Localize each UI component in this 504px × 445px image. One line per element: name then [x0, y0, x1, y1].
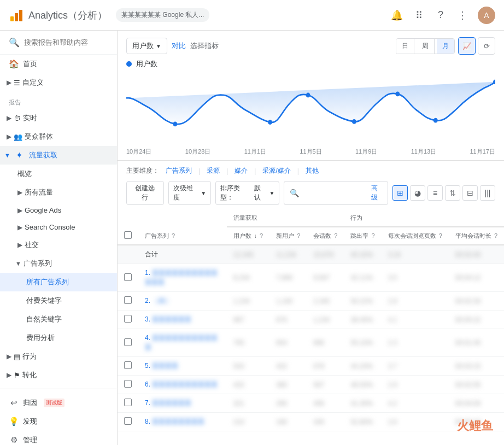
advanced-btn[interactable]: 高级 — [371, 184, 382, 202]
account-selector[interactable]: 某某某某某某 Google 私人... — [116, 8, 209, 22]
dim-tab-campaign[interactable]: 广告系列 — [163, 165, 194, 177]
sidebar-item-customize[interactable]: ▶ ☰ 自定义 — [0, 73, 117, 92]
col-campaign-help[interactable]: ? — [172, 232, 175, 239]
row-checkbox-4[interactable] — [124, 338, 132, 346]
row-campaign-8[interactable]: 8. 某某某某某某某某 — [138, 413, 227, 431]
sidebar-item-home[interactable]: 🏠 首页 — [0, 55, 117, 73]
row-users-6: 432 — [227, 376, 269, 394]
dim-tab-source-medium[interactable]: 采源/媒介 — [260, 165, 292, 177]
app-logo: Analytics（分析） — [9, 8, 107, 23]
row-new-users-7: 290 — [269, 394, 307, 413]
sidebar-item-realtime[interactable]: ▶ ⏱ 实时 — [0, 109, 117, 127]
col-group-acquisition: 流量获取 — [227, 209, 344, 227]
row-checkbox-8[interactable] — [124, 417, 132, 425]
sidebar-item-admin[interactable]: ⚙ 管理 — [0, 431, 117, 445]
dim-tab-medium[interactable]: 媒介 — [232, 165, 250, 177]
chart-view-icons: 📈 ⟳ — [458, 37, 495, 55]
sidebar-item-organic-keywords[interactable]: 自然关键字 — [0, 310, 117, 329]
line-chart-icon[interactable]: 📈 — [458, 37, 476, 55]
col-new-users: 新用户 ? — [269, 227, 307, 245]
secondary-dim-dropdown[interactable]: 次级维度 ▼ — [168, 181, 211, 205]
metric-selector[interactable]: 用户数 ▼ — [126, 38, 167, 54]
sidebar-item-conversion-label: 转化 — [22, 370, 37, 380]
row-checkbox-3[interactable] — [124, 315, 132, 323]
sidebar-item-attribution[interactable]: ↩ 归因 测试版 — [0, 394, 117, 412]
chevron-right-icon-aud: ▶ — [7, 133, 11, 140]
col-users: 用户数 ↓ ? — [227, 227, 269, 245]
row-checkbox-7[interactable] — [124, 399, 132, 406]
sidebar-item-social[interactable]: ▶ 社交 — [0, 236, 117, 254]
row-campaign-7[interactable]: 7. 某某某某某某 — [138, 394, 227, 413]
row-campaign-6[interactable]: 6. 某某某某某某某某某某 — [138, 376, 227, 394]
bell-icon[interactable]: 🔔 — [390, 9, 403, 22]
help-icon[interactable]: ? — [434, 9, 447, 22]
sidebar-item-discover-label: 发现 — [23, 417, 37, 426]
row-new-users-1: 7,890 — [269, 264, 307, 292]
sidebar-item-campaigns[interactable]: ▼ 广告系列 — [0, 254, 117, 273]
sidebar-item-acquisition[interactable]: ▼ ✦ 流量获取 — [0, 146, 117, 165]
row-checkbox-5[interactable] — [124, 361, 132, 369]
week-btn[interactable]: 周 — [417, 39, 435, 54]
svg-rect-0 — [10, 16, 14, 21]
dim-tab-source[interactable]: 采源 — [204, 165, 222, 177]
row-campaign-4[interactable]: 4. 某某某某某某某某某某某 — [138, 329, 227, 357]
table-search-input[interactable] — [301, 189, 367, 197]
month-btn[interactable]: 月 — [437, 39, 454, 54]
sidebar-item-discover[interactable]: 💡 发现 — [0, 412, 117, 431]
col-bounce-rate: 跳出率 ? — [344, 227, 381, 245]
dim-tab-other[interactable]: 其他 — [303, 165, 321, 177]
sort-label: 排序类型： — [220, 184, 252, 202]
search-icon: 🔍 — [9, 37, 20, 48]
sidebar-item-audience[interactable]: ▶ 👥 受众群体 — [0, 127, 117, 146]
sidebar-item-search-console[interactable]: ▶ Search Console — [0, 219, 117, 236]
row-checkbox-2[interactable] — [124, 296, 132, 304]
list-view-btn[interactable]: ≡ — [427, 185, 443, 201]
row-bounce-4: 55.10% — [344, 329, 381, 357]
grid-view-btn[interactable]: ⊞ — [392, 185, 408, 201]
col-users-help[interactable]: ? — [260, 232, 263, 239]
col-bounce-help[interactable]: ? — [372, 232, 375, 239]
compare-link[interactable]: 对比 — [172, 41, 186, 51]
row-campaign-5[interactable]: 5. 某某某某 — [138, 357, 227, 376]
comparison-btn[interactable]: ⇅ — [445, 185, 460, 201]
sidebar-item-overview[interactable]: 概览 — [0, 165, 117, 183]
row-pps-2: 2.8 — [382, 292, 449, 311]
sidebar-item-all-traffic-label: 所有流量 — [25, 188, 53, 197]
search-input[interactable] — [24, 38, 108, 46]
row-pps-4: 2.3 — [382, 329, 449, 357]
pie-chart-btn[interactable]: ◕ — [410, 185, 425, 201]
select-metric-link[interactable]: 选择指标 — [190, 41, 219, 51]
row-checkbox-1[interactable] — [124, 273, 132, 281]
col-pps-help[interactable]: ? — [439, 232, 442, 239]
select-all-checkbox[interactable] — [124, 231, 132, 239]
pivot-btn[interactable]: ⊟ — [462, 185, 478, 201]
more-vert-icon[interactable]: ⋮ — [456, 9, 469, 22]
sidebar-item-google-ads[interactable]: ▶ Google Ads — [0, 202, 117, 219]
share-icon[interactable]: ⟳ — [478, 37, 495, 55]
sidebar-item-all-campaigns[interactable]: 所有广告系列 — [0, 273, 117, 291]
sidebar-item-behavior[interactable]: ▶ ▤ 行为 — [0, 347, 117, 366]
col-avg-help[interactable]: ? — [494, 232, 497, 239]
apps-icon[interactable]: ⠿ — [412, 9, 425, 22]
col-new-users-help[interactable]: ? — [297, 232, 300, 239]
sidebar-item-paid-keywords[interactable]: 付费关键字 — [0, 291, 117, 310]
avatar[interactable]: A — [478, 7, 495, 24]
create-selected-btn[interactable]: 创建选行 — [126, 181, 164, 205]
row-campaign-2[interactable]: 2. （未） — [138, 292, 227, 311]
sidebar-item-customize-label: 自定义 — [22, 78, 44, 87]
day-btn[interactable]: 日 — [396, 39, 414, 54]
row-users-2: 1,234 — [227, 292, 269, 311]
row-checkbox-6[interactable] — [124, 380, 132, 388]
row-campaign-3[interactable]: 3. 某某某某某某 — [138, 311, 227, 329]
row-campaign-1[interactable]: 1. 某某某某某某某某某某某某某 — [138, 264, 227, 292]
svg-point-7 — [395, 91, 400, 96]
table-toolbar: 创建选行 次级维度 ▼ 排序类型： 默认 ▼ 🔍 高级 ⊞ ◕ — [118, 179, 504, 209]
lifetime-btn[interactable]: ||| — [480, 185, 495, 201]
sort-type-dropdown[interactable]: 排序类型： 默认 ▼ — [215, 181, 279, 205]
chart-legend: 用户数 — [118, 59, 504, 71]
col-sessions-help[interactable]: ? — [334, 232, 337, 239]
sidebar-item-conversion[interactable]: ▶ ⚑ 转化 — [0, 366, 117, 384]
sidebar-item-cost-analysis[interactable]: 费用分析 — [0, 329, 117, 347]
row-new-users-5: 432 — [269, 357, 307, 376]
sidebar-item-all-traffic[interactable]: ▶ 所有流量 — [0, 183, 117, 202]
